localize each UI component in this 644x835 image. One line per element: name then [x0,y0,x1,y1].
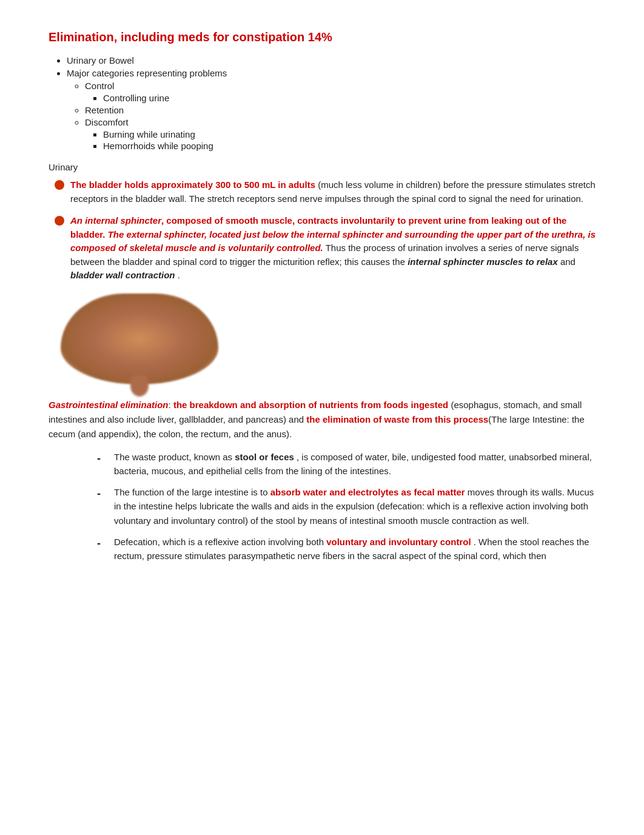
list-item: Urinary or Bowel [67,55,595,65]
defecation-text: Defecation, which is a reflexive action … [114,535,595,563]
sphincter-italic-highlight: An internal sphincter [70,215,161,226]
bladder-text: The bladder holds approximately 300 to 5… [70,178,595,206]
gi-section: Gastrointestinal elimination: the breakd… [49,398,595,441]
dash-icon-3: - [97,535,109,552]
defecation-intro: Defecation, which is a reflexive action … [114,537,326,547]
dash-list: - The waste product, known as stool or f… [97,450,595,563]
dash-item-1: - The waste product, known as stool or f… [97,450,595,478]
and-text: and [560,257,575,267]
hemorrhoids-item: Hemorrhoids while pooping [103,141,213,151]
urinary-bullet-list: The bladder holds approximately 300 to 5… [55,178,595,283]
urinary-section-label: Urinary [49,162,595,172]
square-list: Controlling urine [103,93,595,103]
retention-label: Retention [85,105,124,115]
stool-text: The waste product, known as stool or fec… [114,450,595,478]
list-item: Controlling urine [103,93,595,103]
stool-intro: The waste product, known as [114,452,235,462]
stool-bold: stool or feces [235,452,294,462]
contraction-italicbold: bladder wall contraction [70,270,175,280]
square-list-discomfort: Burning while urinating Hemorrhoids whil… [103,129,595,151]
top-bullet-list: Urinary or Bowel Major categories repres… [67,55,595,151]
dash-item-2: - The function of the large intestine is… [97,485,595,528]
dash-icon-2: - [97,486,109,503]
list-item: Major categories representing problems C… [67,68,595,151]
period: . [178,270,180,280]
list-item: Retention [85,105,595,115]
list-item: Discomfort Burning while urinating Hemor… [85,117,595,151]
gi-red-text: the breakdown and absorption of nutrient… [173,400,448,410]
bladder-bullet: The bladder holds approximately 300 to 5… [55,178,595,206]
controlling-urine: Controlling urine [103,93,169,103]
list-item: Hemorrhoids while pooping [103,141,595,151]
dash-item-3: - Defecation, which is a reflexive actio… [97,535,595,563]
sphincter-bullet: An internal sphincter, composed of smoot… [55,214,595,283]
sphincter-text: An internal sphincter, composed of smoot… [70,214,595,283]
bullet-dot-icon-2 [55,216,64,226]
page-title: Elimination, including meds for constipa… [49,30,595,44]
control-label: Control [85,81,114,91]
discomfort-label: Discomfort [85,117,129,127]
gi-title: Gastrointestinal elimination [49,400,169,410]
relax-italicbold: internal sphincter muscles to relax [408,257,558,267]
gi-red2: the elimination of waste from this proce… [306,414,488,424]
bullet-dot-icon [55,180,64,190]
defecation-bold: voluntary and involuntary control [326,537,471,547]
list-item: Control Controlling urine [85,81,595,103]
list-item: Burning while urinating [103,129,595,139]
dash-icon: - [97,451,109,468]
absorb-text: The function of the large intestine is t… [114,485,595,528]
bladder-highlight: The bladder holds approximately 300 to 5… [70,179,315,190]
circle-list: Control Controlling urine Retention Disc… [85,81,595,151]
absorb-intro: The function of the large intestine is t… [114,487,270,497]
absorb-bold: absorb water and electrolytes as fecal m… [270,487,465,497]
burning-item: Burning while urinating [103,129,195,139]
bladder-diagram [61,293,218,384]
gi-colon: : [169,400,173,410]
